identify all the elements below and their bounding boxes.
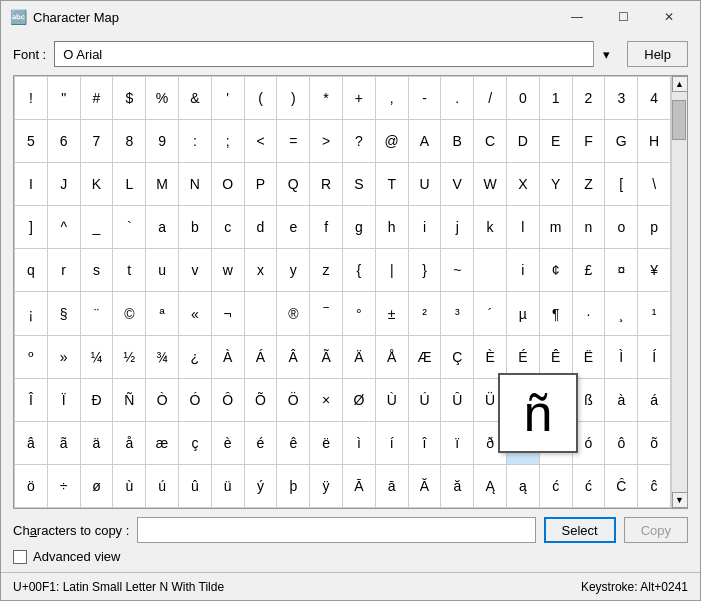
- char-cell[interactable]: `: [113, 206, 146, 249]
- char-cell[interactable]: ï: [441, 422, 474, 465]
- char-cell[interactable]: û: [179, 465, 212, 508]
- char-cell[interactable]: f: [310, 206, 343, 249]
- char-cell[interactable]: ë: [310, 422, 343, 465]
- char-cell[interactable]: w: [212, 249, 245, 292]
- char-cell[interactable]: _: [81, 206, 114, 249]
- char-cell[interactable]: n: [573, 206, 606, 249]
- char-cell[interactable]: Ñ: [113, 379, 146, 422]
- char-cell[interactable]: Ó: [179, 379, 212, 422]
- char-cell[interactable]: ù: [113, 465, 146, 508]
- char-cell[interactable]: ¢: [540, 249, 573, 292]
- char-cell[interactable]: [: [605, 163, 638, 206]
- char-cell[interactable]: Â: [277, 336, 310, 379]
- char-cell[interactable]: E: [540, 120, 573, 163]
- char-cell[interactable]: î: [409, 422, 442, 465]
- char-cell[interactable]: ?: [343, 120, 376, 163]
- char-cell[interactable]: ,: [376, 77, 409, 120]
- char-cell[interactable]: Ð: [81, 379, 114, 422]
- char-cell[interactable]: º: [15, 336, 48, 379]
- char-cell[interactable]: R: [310, 163, 343, 206]
- char-cell[interactable]: ~: [441, 249, 474, 292]
- char-cell[interactable]: Ø: [343, 379, 376, 422]
- close-button[interactable]: ✕: [646, 2, 692, 32]
- char-cell[interactable]: V: [441, 163, 474, 206]
- char-cell[interactable]: W: [474, 163, 507, 206]
- char-cell[interactable]: õ: [638, 422, 671, 465]
- char-cell[interactable]: M: [146, 163, 179, 206]
- char-cell[interactable]: ¿: [179, 336, 212, 379]
- char-cell[interactable]: Î: [15, 379, 48, 422]
- copy-button[interactable]: Copy: [624, 517, 688, 543]
- char-cell[interactable]: h: [376, 206, 409, 249]
- char-cell[interactable]: S: [343, 163, 376, 206]
- char-cell[interactable]: g: [343, 206, 376, 249]
- char-cell[interactable]: P: [245, 163, 278, 206]
- char-cell[interactable]: þ: [277, 465, 310, 508]
- char-cell[interactable]: 8: [113, 120, 146, 163]
- char-cell[interactable]: §: [48, 292, 81, 335]
- char-cell[interactable]: Ā: [343, 465, 376, 508]
- char-cell[interactable]: U: [409, 163, 442, 206]
- char-cell[interactable]: N: [179, 163, 212, 206]
- char-cell[interactable]: ć: [540, 465, 573, 508]
- char-cell[interactable]: &: [179, 77, 212, 120]
- char-cell[interactable]: é: [245, 422, 278, 465]
- char-cell[interactable]: ć: [573, 465, 606, 508]
- char-cell[interactable]: L: [113, 163, 146, 206]
- char-cell[interactable]: t: [113, 249, 146, 292]
- char-cell[interactable]: Õ: [245, 379, 278, 422]
- font-select[interactable]: O Arial: [54, 41, 619, 67]
- char-cell[interactable]: G: [605, 120, 638, 163]
- char-cell[interactable]: ¼: [81, 336, 114, 379]
- char-cell[interactable]: ÷: [48, 465, 81, 508]
- char-cell[interactable]: B: [441, 120, 474, 163]
- char-cell[interactable]: ;: [212, 120, 245, 163]
- char-cell[interactable]: ÿ: [310, 465, 343, 508]
- char-cell[interactable]: ü: [212, 465, 245, 508]
- char-cell[interactable]: ®: [277, 292, 310, 335]
- char-cell[interactable]: ¤: [605, 249, 638, 292]
- char-cell[interactable]: O: [212, 163, 245, 206]
- char-cell[interactable]: Q: [277, 163, 310, 206]
- char-cell[interactable]: Û: [441, 379, 474, 422]
- char-cell[interactable]: Ò: [146, 379, 179, 422]
- char-cell[interactable]: :: [179, 120, 212, 163]
- char-cell[interactable]: ã: [48, 422, 81, 465]
- char-cell[interactable]: 4: [638, 77, 671, 120]
- char-cell[interactable]: y: [277, 249, 310, 292]
- char-cell[interactable]: ā: [376, 465, 409, 508]
- char-cell[interactable]: à: [605, 379, 638, 422]
- char-cell[interactable]: ì: [343, 422, 376, 465]
- char-cell[interactable]: á: [638, 379, 671, 422]
- char-cell[interactable]: s: [81, 249, 114, 292]
- char-cell[interactable]: Ą: [474, 465, 507, 508]
- char-cell[interactable]: T: [376, 163, 409, 206]
- char-cell[interactable]: i: [507, 249, 540, 292]
- char-cell[interactable]: /: [474, 77, 507, 120]
- char-cell[interactable]: \: [638, 163, 671, 206]
- char-cell[interactable]: }: [409, 249, 442, 292]
- char-cell[interactable]: ¡: [15, 292, 48, 335]
- font-dropdown-arrow[interactable]: ▾: [593, 41, 619, 67]
- char-cell[interactable]: Ö: [277, 379, 310, 422]
- char-cell[interactable]: ö: [15, 465, 48, 508]
- char-cell[interactable]: ç: [179, 422, 212, 465]
- char-cell[interactable]: ª: [146, 292, 179, 335]
- char-cell[interactable]: r: [48, 249, 81, 292]
- char-cell[interactable]: q: [15, 249, 48, 292]
- chars-to-copy-input[interactable]: [137, 517, 535, 543]
- char-cell[interactable]: â: [15, 422, 48, 465]
- char-cell[interactable]: *: [310, 77, 343, 120]
- char-cell[interactable]: H: [638, 120, 671, 163]
- char-cell[interactable]: %: [146, 77, 179, 120]
- char-cell[interactable]: ±: [376, 292, 409, 335]
- char-cell[interactable]: Ù: [376, 379, 409, 422]
- char-cell[interactable]: ­: [245, 292, 278, 335]
- char-cell[interactable]: 5: [15, 120, 48, 163]
- char-cell[interactable]: Ĉ: [605, 465, 638, 508]
- char-cell[interactable]: Ï: [48, 379, 81, 422]
- char-cell[interactable]: e: [277, 206, 310, 249]
- char-cell[interactable]: o: [605, 206, 638, 249]
- char-cell[interactable]: Ă: [409, 465, 442, 508]
- char-cell[interactable]: °: [343, 292, 376, 335]
